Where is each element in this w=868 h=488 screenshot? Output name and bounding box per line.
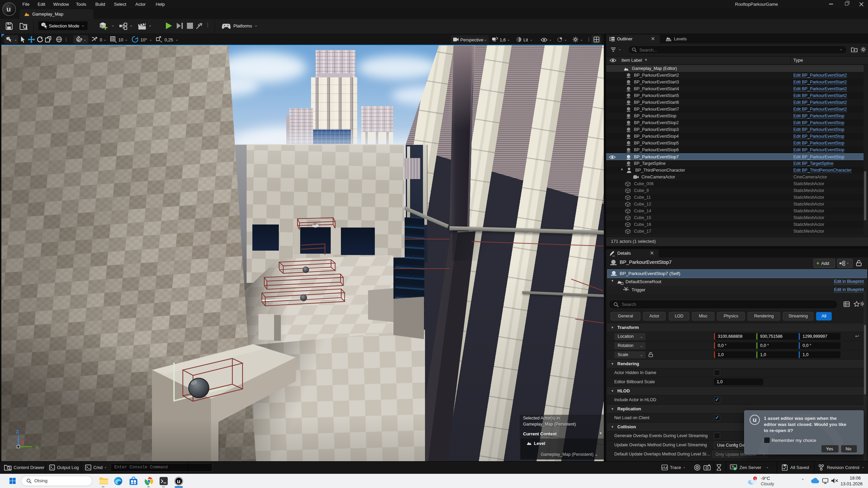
svg-text:1: 1 — [754, 477, 756, 481]
svg-text:X: X — [20, 439, 24, 445]
svg-text:Y: Y — [35, 444, 39, 450]
svg-text:u: u — [177, 478, 180, 485]
svg-text:Z: Z — [16, 429, 19, 434]
